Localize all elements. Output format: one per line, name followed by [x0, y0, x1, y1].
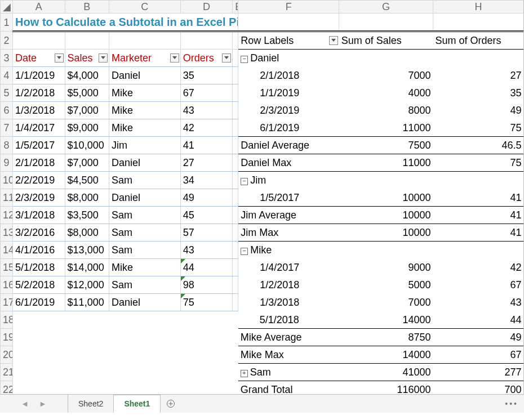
cell-date[interactable]: 5/1/2018: [13, 259, 65, 276]
pivot-grand-total-label[interactable]: Grand Total: [238, 381, 339, 395]
cell-date[interactable]: 1/5/2017: [13, 137, 65, 154]
cell-sales[interactable]: $9,000: [65, 119, 109, 137]
cell-orders[interactable]: 27: [180, 154, 232, 172]
col-header-G[interactable]: G: [339, 1, 433, 14]
pivot-detail-orders[interactable]: 41: [433, 189, 524, 207]
cell-orders[interactable]: 34: [180, 172, 232, 189]
cell-date[interactable]: 2/2/2019: [13, 172, 65, 189]
cell-marketer[interactable]: Sam: [109, 242, 181, 259]
row-header-8[interactable]: 8: [1, 137, 13, 154]
cell-orders[interactable]: 43: [180, 242, 232, 259]
row-header-15[interactable]: 15: [1, 259, 13, 276]
pivot-header-rowlabels[interactable]: Row Labels: [238, 32, 339, 50]
pivot-grand-total-sales[interactable]: 116000: [339, 381, 433, 395]
row-header-19[interactable]: 19: [1, 329, 13, 346]
pivot-detail-label[interactable]: 1/4/2017: [238, 259, 339, 276]
pivot-detail-orders[interactable]: 75: [433, 119, 524, 137]
row-header-2[interactable]: 2: [1, 32, 13, 50]
pivot-group-label[interactable]: −Mike: [238, 242, 339, 259]
cell-orders[interactable]: 41: [180, 137, 232, 154]
cell-orders[interactable]: 44: [180, 259, 232, 276]
tab-sheet2[interactable]: Sheet2: [68, 395, 114, 413]
pivot-detail-label[interactable]: 1/2/2018: [238, 276, 339, 294]
col-header-F[interactable]: F: [238, 1, 339, 14]
cell-date[interactable]: 1/4/2017: [13, 119, 65, 137]
pivot-detail-sales[interactable]: 4000: [339, 84, 433, 102]
col-header-B[interactable]: B: [65, 1, 109, 14]
pivot-detail-orders[interactable]: 49: [433, 102, 524, 119]
row-header-22[interactable]: 22: [1, 381, 13, 395]
pivot-subtotal-sales[interactable]: 7500: [339, 137, 433, 154]
cell-date[interactable]: 1/3/2018: [13, 102, 65, 119]
header-sales[interactable]: Sales: [65, 50, 109, 67]
pivot-detail-orders[interactable]: 44: [433, 311, 524, 329]
pivot-collapse-toggle[interactable]: −: [241, 56, 248, 63]
pivot-expand-toggle[interactable]: +: [241, 370, 248, 377]
row-header-13[interactable]: 13: [1, 224, 13, 242]
row-header-6[interactable]: 6: [1, 102, 13, 119]
cell-sales[interactable]: $4,000: [65, 67, 109, 84]
pivot-group-sales[interactable]: [339, 242, 433, 259]
pivot-group-orders[interactable]: [433, 50, 524, 67]
row-header-1[interactable]: 1: [1, 14, 13, 32]
pivot-subtotal-orders[interactable]: 46.5: [433, 137, 524, 154]
pivot-group-collapsed-sales[interactable]: 41000: [339, 364, 433, 381]
col-header-H[interactable]: H: [433, 1, 524, 14]
pivot-subtotal-label[interactable]: Jim Max: [238, 224, 339, 242]
row-header-17[interactable]: 17: [1, 294, 13, 311]
pivot-subtotal-orders[interactable]: 41: [433, 224, 524, 242]
pivot-detail-sales[interactable]: 10000: [339, 189, 433, 207]
row-header-16[interactable]: 16: [1, 276, 13, 294]
pivot-detail-orders[interactable]: 42: [433, 259, 524, 276]
cell-date[interactable]: 1/1/2019: [13, 67, 65, 84]
cell-marketer[interactable]: Mike: [109, 84, 181, 102]
row-header-10[interactable]: 10: [1, 172, 13, 189]
cell-orders[interactable]: 57: [180, 224, 232, 242]
pivot-detail-orders[interactable]: 43: [433, 294, 524, 311]
add-sheet-button[interactable]: [161, 395, 181, 413]
pivot-detail-label[interactable]: 1/1/2019: [238, 84, 339, 102]
pivot-subtotal-orders[interactable]: 67: [433, 346, 524, 364]
cell-orders[interactable]: 42: [180, 119, 232, 137]
row-header-20[interactable]: 20: [1, 346, 13, 364]
cell-sales[interactable]: $4,500: [65, 172, 109, 189]
cell-date[interactable]: 2/1/2018: [13, 154, 65, 172]
pivot-group-label[interactable]: −Daniel: [238, 50, 339, 67]
cell-sales[interactable]: $3,500: [65, 207, 109, 224]
pivot-group-collapsed-orders[interactable]: 277: [433, 364, 524, 381]
pivot-subtotal-label[interactable]: Daniel Max: [238, 154, 339, 172]
pivot-detail-label[interactable]: 1/5/2017: [238, 189, 339, 207]
row-header-14[interactable]: 14: [1, 242, 13, 259]
col-header-C[interactable]: C: [109, 1, 181, 14]
pivot-detail-orders[interactable]: 27: [433, 67, 524, 84]
pivot-detail-label[interactable]: 6/1/2019: [238, 119, 339, 137]
pivot-header-sumorders[interactable]: Sum of Orders: [433, 32, 524, 50]
pivot-subtotal-sales[interactable]: 14000: [339, 346, 433, 364]
pivot-detail-label[interactable]: 1/3/2018: [238, 294, 339, 311]
cell-orders[interactable]: 67: [180, 84, 232, 102]
cell-orders[interactable]: 43: [180, 102, 232, 119]
cell-sales[interactable]: $5,000: [65, 84, 109, 102]
pivot-group-orders[interactable]: [433, 242, 524, 259]
row-header-18[interactable]: 18: [1, 311, 13, 329]
pivot-filter-rowlabels[interactable]: [329, 36, 338, 45]
cell-orders[interactable]: 75: [180, 294, 232, 311]
pivot-subtotal-label[interactable]: Mike Max: [238, 346, 339, 364]
pivot-detail-sales[interactable]: 7000: [339, 67, 433, 84]
filter-orders[interactable]: [222, 53, 231, 62]
header-orders[interactable]: Orders: [180, 50, 232, 67]
row-header-4[interactable]: 4: [1, 67, 13, 84]
row-header-7[interactable]: 7: [1, 119, 13, 137]
filter-marketer[interactable]: [170, 53, 179, 62]
cell-marketer[interactable]: Daniel: [109, 189, 181, 207]
pivot-subtotal-label[interactable]: Mike Average: [238, 329, 339, 346]
pivot-subtotal-orders[interactable]: 41: [433, 207, 524, 224]
row-header-5[interactable]: 5: [1, 84, 13, 102]
filter-date[interactable]: [55, 53, 64, 62]
cell-marketer[interactable]: Sam: [109, 276, 181, 294]
col-header-A[interactable]: A: [13, 1, 65, 14]
sheet-nav-arrows[interactable]: ◄ ►: [0, 395, 68, 413]
pivot-detail-label[interactable]: 2/3/2019: [238, 102, 339, 119]
row-header-21[interactable]: 21: [1, 364, 13, 381]
header-marketer[interactable]: Marketer: [109, 50, 181, 67]
